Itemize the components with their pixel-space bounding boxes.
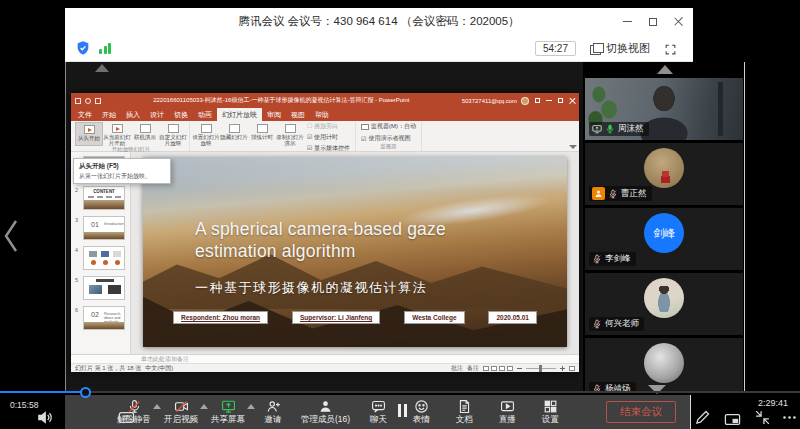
scroll-up-icon[interactable] [657,65,673,74]
monitor-dropdown[interactable]: 监视器(M)：自动 [361,122,416,131]
toolbar-item[interactable]: 聊天 [363,399,393,426]
participant-namebar: 李剑峰 [589,252,636,266]
status-toggle[interactable]: 备注 [467,364,479,373]
slideshow-icon [140,124,151,133]
toolbar-item-label: 设置 [542,414,559,426]
presenter-view-checkbox[interactable]: ☑使用演示者视图 [361,134,416,143]
ribbon-checkbox[interactable]: ☑ 使用计时 [307,133,350,142]
ribbon-group-setup: 设置幻灯片放映 隐藏幻灯片 排练计时 [190,122,356,151]
meeting-timer: 54:27 [535,41,576,56]
danmaku-icon[interactable] [118,409,135,429]
mic-status-icon [592,254,602,264]
more-options-icon[interactable] [781,409,798,429]
ribbon-button[interactable]: 隐藏幻灯片 [220,122,248,153]
player-progress-handle[interactable] [80,387,91,398]
participant-tile[interactable]: 曹正然 [585,143,743,205]
ribbon-tab[interactable]: 动画 [193,108,217,121]
switch-view-button[interactable]: 切换视图 [590,41,650,56]
toolbar-item[interactable]: 表情 [406,399,436,426]
exit-fullscreen-icon[interactable] [754,409,771,429]
toolbar-item[interactable]: 文档 [449,399,479,426]
ribbon-button[interactable]: 联机演示 [131,122,159,146]
switch-view-icon [590,43,602,53]
slide-title-en: A spherical camera-based gaze estimation… [195,219,525,263]
zoom-slider[interactable] [526,368,556,369]
caret-up-icon[interactable] [200,404,208,409]
ribbon-checkbox[interactable]: ☐ 播放旁白 [307,122,350,131]
toolbar-item[interactable]: 管理成员(16) [301,399,350,426]
mic-status-icon [605,124,615,134]
meeting-title-bar: 腾讯会议 会议号：430 964 614 （会议密码：202005） [65,8,693,35]
player-back-chevron-icon[interactable] [2,218,20,258]
minimize-icon[interactable] [623,21,632,23]
caret-up-icon[interactable] [153,404,161,409]
network-signal-icon[interactable] [99,42,111,54]
slideshow-icon [112,124,123,133]
slide-thumbnail[interactable]: 5 [83,276,130,300]
ribbon-button[interactable]: 排练计时 [248,122,276,153]
toolbar-item-label: 聊天 [370,414,387,426]
view-mode-icons[interactable] [483,366,513,371]
zoom-in-icon[interactable] [560,366,565,371]
ribbon-tab[interactable]: 插入 [121,108,145,121]
slide-thumbnail[interactable]: 6 02 Research ideas and methods [83,306,130,330]
ribbon-tab[interactable]: 设计 [145,108,169,121]
maximize-icon[interactable] [649,18,657,26]
meeting-title: 腾讯会议 会议号：430 964 614 （会议密码：202005） [238,14,519,29]
ribbon-tab[interactable]: 幻灯片放映 [217,108,262,121]
slide-thumbnail[interactable]: 3 01 Introduction [83,216,130,240]
slideshow-icon [168,124,179,133]
ribbon-tab[interactable]: 帮助 [310,108,334,121]
ribbon-tab[interactable]: 视图 [286,108,310,121]
language-indicator[interactable]: 中文(中国) [145,364,173,373]
volume-icon[interactable] [36,409,53,429]
ribbon-button[interactable]: 从头开始 [75,122,103,146]
participant-name: 何兴老师 [605,318,639,330]
account-avatar[interactable] [521,97,529,105]
slide-info-badge: Supervisor: Li Jianfeng [292,311,380,324]
fullscreen-icon[interactable] [664,42,677,55]
ribbon-tab[interactable]: 审阅 [262,108,286,121]
picture-in-picture-icon[interactable] [724,411,741,429]
toolbar-item[interactable]: 直播 [492,399,522,426]
toolbar-item[interactable]: 设置 [535,399,565,426]
close-icon[interactable] [674,17,683,26]
participant-name: 李剑峰 [605,253,631,265]
player-pause-icon[interactable] [398,404,408,417]
participant-tile[interactable]: 杨靖炀 [585,338,743,392]
meeting-security-shield-icon[interactable] [75,40,91,56]
powerpoint-account: 503727411@qq.com [462,98,517,104]
notes-bar[interactable]: 单击此处添加备注 [71,354,579,363]
quick-access-toolbar[interactable] [75,98,101,104]
collapse-arrow-icon[interactable] [95,64,109,72]
slide-thumbnail[interactable]: 4 [83,246,130,270]
player-progress-fill [0,391,86,393]
annotate-pen-icon[interactable] [694,409,711,429]
ribbon-button[interactable]: 从当前幻灯片开始 [103,122,131,146]
participant-tile[interactable]: 周沫然 [585,78,743,140]
end-meeting-button[interactable]: 结束会议 [606,401,676,423]
ribbon-button[interactable]: 设置幻灯片放映 [192,122,220,153]
toolbar-item-label: 文档 [456,414,473,426]
ribbon-tab[interactable]: 切换 [169,108,193,121]
participant-tile[interactable]: 何兴老师 [585,273,743,335]
toolbar-item[interactable]: 共享屏幕 [211,399,245,426]
toolbar-item[interactable]: 邀请 [258,399,288,426]
fit-slide-icon[interactable] [569,366,575,371]
ribbon-tab[interactable]: 文件 [73,108,97,121]
slide-thumbnail[interactable]: 2 CONTENT [83,186,130,210]
ribbon-tab[interactable]: 开始 [97,108,121,121]
zoom-out-icon[interactable] [517,368,522,369]
collapse-ribbon-icon[interactable] [569,145,577,149]
ribbon-button[interactable]: 录制幻灯片演示 [276,122,304,153]
ribbon: 从头开始 从当前幻灯片开始 联机演示 [71,121,579,152]
player-progress-track[interactable] [0,391,800,393]
powerpoint-window-controls[interactable] [535,98,575,104]
powerpoint-title-bar: 222016601105033-柯沐然-16级信工-一种基于球形摄像机的凝视估计… [71,93,579,108]
participant-tile[interactable]: 剑峰 李剑峰 [585,208,743,270]
status-toggle[interactable]: 批注 [451,364,463,373]
toolbar-item[interactable]: 开启视频 [164,399,198,426]
tooltip: 从头开始 (F5) 从第一张幻灯片开始放映。 [73,158,171,184]
caret-up-icon[interactable] [247,404,255,409]
ribbon-button[interactable]: 自定义幻灯片放映 [159,122,187,146]
